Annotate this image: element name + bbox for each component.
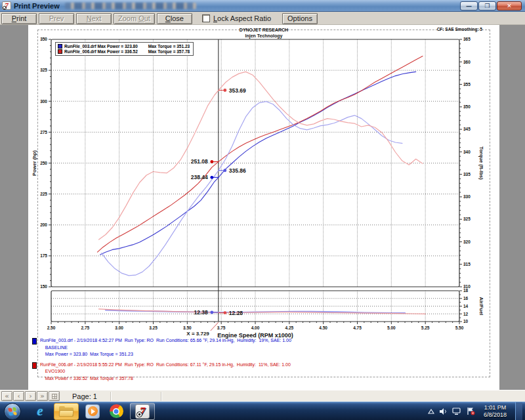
volume-icon[interactable] [439,408,448,415]
toolbar-button-next: Next [76,13,112,24]
taskbar-chrome[interactable] [106,403,126,420]
tick-label-afr: 12 [463,312,469,316]
tick-label-rpm: 5.50 [455,326,464,330]
legend-row: RunFile_006.drf Max Power = 336.52Max To… [58,49,190,54]
restore-button[interactable]: ❐ [478,1,496,10]
media-player-icon [85,404,100,419]
tick-label-torque: 335 [463,172,471,177]
marker-dot [223,311,226,314]
tick-label-power: 150 [40,284,47,289]
run-details-footer: RunFile_003.drf - 2/19/2018 4:52:27 PM R… [32,337,492,385]
tick-label-power: 350 [40,37,47,41]
chart-legend: RunFile_003.drf Max Power = 323.80Max To… [55,42,194,56]
tick-label-power: 175 [40,253,47,258]
tick-label-afr: 10 [463,319,469,324]
show-desktop-button[interactable] [515,402,522,420]
tick-label-rpm: 3.00 [115,326,123,330]
titlebar: 7 Print Preview — ❐ ✕ [0,0,525,12]
tick-label-power: 250 [40,161,47,165]
marker-dot [210,160,213,163]
legend-swatch [58,49,62,54]
preview-area: DYNOJET RESEARCH Injen Technology CF: SA… [0,25,525,390]
taskbar-winpep[interactable]: 7 [130,403,155,420]
taskbar-windows-explorer[interactable] [54,403,79,420]
tick-label-power: 200 [40,222,47,227]
page-nav-button-1[interactable]: ‹ [13,391,24,401]
statusbar: «‹›» Page: 1 [0,390,525,402]
tick-label-rpm: 5.25 [421,326,430,330]
minimize-button[interactable]: — [460,1,478,10]
run-info-block: RunFile_003.drf - 2/19/2018 4:52:27 PM R… [32,337,492,358]
cursor-x-label: X = 3.729 [186,331,209,337]
marker-label: 238.44 [191,174,208,180]
run-info-line: BASELINE [40,345,291,352]
clock-date: 6/8/2018 [484,411,507,419]
toolbar-button-print[interactable]: Print [1,13,37,24]
legend-text: RunFile_006.drf Max Power = 336.52 [64,49,138,54]
tick-label-rpm: 3.75 [217,326,226,330]
print-preview-window: 7 Print Preview — ❐ ✕ PrintPrevNextZoom … [0,0,525,402]
legend-row: RunFile_003.drf Max Power = 323.80Max To… [58,44,190,49]
redacted-path-text [65,3,196,9]
lock-aspect-ratio-checkbox[interactable] [202,14,210,22]
tick-label-power: 225 [40,192,47,196]
dyno-chart: 1501752002252502753003253503103153203253… [28,25,499,390]
marker-label: 353.69 [229,87,246,94]
system-tray: 1:01 PM 6/8/2018 [428,402,525,420]
toolbar-button-close[interactable]: Close [157,13,192,24]
tick-label-power: 300 [40,99,47,104]
options-button[interactable]: Options [282,13,318,24]
winpep-app-icon: 7 [2,1,11,10]
tick-label-afr: 18 [463,288,469,293]
tick-label-torque: 340 [463,150,471,154]
tick-label-rpm: 2.50 [47,326,56,330]
taskbar-clock[interactable]: 1:01 PM 6/8/2018 [480,404,511,419]
tick-label-rpm: 4.75 [353,326,362,330]
marker-dot [223,169,226,172]
page-nav-button-3[interactable]: » [37,391,48,401]
tick-label-afr: 14 [463,304,469,308]
run-info-block: RunFile_006.drf - 2/19/2018 5:55:22 PM R… [32,362,492,383]
run-color-icon [32,362,37,369]
torque-axis-title: Torque (ft-lbs) [478,146,484,180]
action-center-flag-icon[interactable] [466,407,475,415]
run-info-line: EVO1900 [40,368,291,375]
page-nav-button-0[interactable]: « [1,391,12,401]
legend-text: RunFile_003.drf Max Power = 323.80 [64,44,138,49]
tick-label-rpm: 3.50 [183,326,192,330]
start-button[interactable] [4,403,21,420]
taskbar-internet-explorer[interactable]: e [30,403,50,420]
tick-label-rpm: 2.75 [81,326,90,330]
windows-flag-icon [8,407,17,416]
marker-label: 251.08 [191,158,208,165]
close-window-button[interactable]: ✕ [497,1,522,10]
run-info-line: Max Power = 336.52 Max Torque = 357.78 [40,375,291,383]
tick-label-torque: 350 [463,104,471,109]
curve-runfile_006-torque [99,72,423,240]
lock-aspect-ratio-control[interactable]: Lock Aspect Ratio [202,14,271,22]
report-page: DYNOJET RESEARCH Injen Technology CF: SA… [28,25,499,390]
legend-swatch [58,44,62,49]
tick-label-power: 325 [40,68,47,72]
run-info-line: RunFile_003.drf - 2/19/2018 4:52:27 PM R… [40,337,291,345]
tick-label-torque: 325 [463,217,471,221]
run-color-icon [32,338,37,345]
run-info-line: Max Power = 323.80 Max Torque = 351.23 [40,351,291,358]
page-grid-button[interactable] [49,391,60,401]
marker-dot [210,311,213,314]
page-indicator: Page: 1 [72,392,97,400]
tick-label-rpm: 4.00 [251,326,260,330]
winpep-icon: 7 [135,404,150,419]
page-nav-button-2[interactable]: › [25,391,36,401]
toolbar-button-zoom-out: Zoom Out [114,13,155,24]
tray-expand-icon[interactable] [428,409,434,414]
tick-label-afr: 16 [463,296,469,301]
legend-text2: Max Torque = 351.23 [148,44,190,49]
marker-label: 12.28 [229,310,243,316]
tick-label-torque: 320 [463,240,471,244]
taskbar-media-player[interactable] [83,403,102,420]
tick-label-rpm: 4.25 [285,326,294,330]
network-icon[interactable] [452,408,461,415]
marker-label: 335.86 [229,167,246,174]
tick-label-power: 275 [40,130,47,135]
